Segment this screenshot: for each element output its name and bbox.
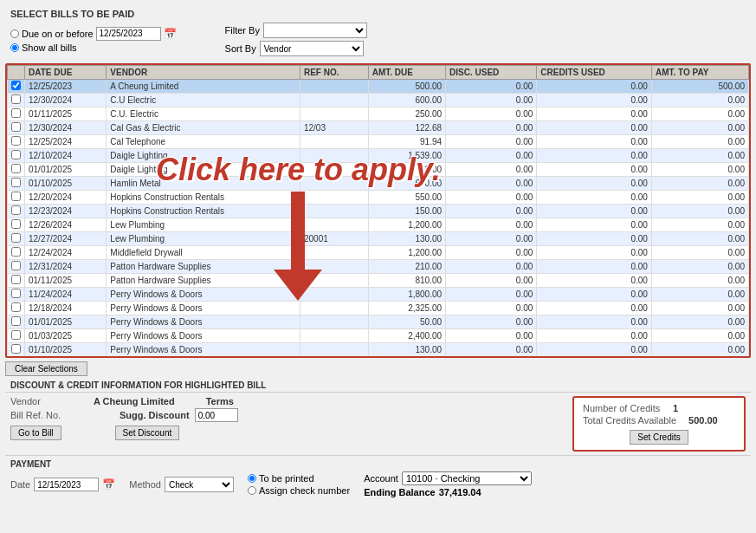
vendor-label: Vendor: [10, 396, 88, 406]
discount-section: Vendor A Cheung Limited Terms Bill Ref. …: [5, 392, 751, 455]
row-credits-used: 0.00: [537, 232, 652, 246]
row-checkbox[interactable]: [11, 192, 21, 201]
row-checkbox[interactable]: [11, 122, 21, 132]
table-row[interactable]: 01/10/2025 Perry Windows & Doors 130.00 …: [8, 343, 749, 357]
col-date-due: DATE DUE: [25, 66, 107, 80]
row-ref: [300, 260, 368, 274]
sugg-discount-input[interactable]: [195, 408, 238, 422]
row-checkbox[interactable]: [11, 344, 21, 354]
set-credits-button[interactable]: Set Credits: [630, 430, 688, 445]
table-row[interactable]: 11/24/2024 Perry Windows & Doors 1,800.0…: [8, 288, 749, 302]
row-amt-due: 670.00: [368, 177, 445, 191]
row-checkbox[interactable]: [11, 247, 21, 257]
table-row[interactable]: 12/26/2024 Lew Plumbing 1,200.00 0.00 0.…: [8, 218, 749, 232]
calendar-icon[interactable]: 📅: [164, 28, 177, 40]
row-checkbox[interactable]: [11, 302, 21, 312]
col-credits-used: CREDITS USED: [537, 66, 652, 80]
row-checkbox[interactable]: [11, 108, 21, 118]
row-amt-to-pay: 0.00: [651, 302, 748, 315]
row-ref: [300, 246, 368, 260]
show-all-label: Show all bills: [22, 42, 77, 53]
account-select[interactable]: 10100 · Checking: [402, 471, 532, 485]
filter-by-select[interactable]: [263, 23, 367, 38]
table-row[interactable]: 12/25/2023 A Cheung Limited 500.00 0.00 …: [8, 80, 749, 94]
table-row[interactable]: 01/10/2025 Hamlin Metal 670.00 0.00 0.00…: [8, 177, 749, 191]
total-amt-to-pay: 500.00: [651, 357, 748, 359]
method-select[interactable]: Check: [165, 477, 234, 492]
row-checkbox[interactable]: [11, 150, 21, 159]
bills-table-container[interactable]: DATE DUE VENDOR REF NO. AMT. DUE DISC. U…: [5, 63, 751, 358]
assign-check-radio[interactable]: [248, 486, 256, 495]
col-ref: REF NO.: [300, 66, 368, 80]
row-date: 12/18/2024: [25, 302, 107, 315]
row-checkbox[interactable]: [11, 164, 21, 173]
row-ref: [300, 343, 368, 357]
filter-by-label: Filter By: [225, 25, 260, 36]
due-on-before-radio[interactable]: Due on or before 📅: [10, 27, 177, 41]
row-credits-used: 0.00: [537, 149, 652, 163]
table-row[interactable]: 12/24/2024 Middlefield Drywall 1,200.00 …: [8, 246, 749, 260]
row-ref: 20001: [300, 232, 368, 246]
row-date: 12/24/2024: [25, 246, 107, 260]
table-row[interactable]: 12/20/2024 Hopkins Construction Rentals …: [8, 191, 749, 205]
go-to-bill-button[interactable]: Go to Bill: [10, 426, 61, 440]
clear-selections-button[interactable]: Clear Selections: [5, 361, 87, 376]
table-row[interactable]: 01/11/2025 C.U. Electric 250.00 0.00 0.0…: [8, 107, 749, 121]
row-amt-due: 1,539.00: [368, 149, 445, 163]
table-row[interactable]: 12/25/2024 Cal Telephone 91.94 0.00 0.00…: [8, 135, 749, 149]
table-row[interactable]: 01/03/2025 Perry Windows & Doors 2,400.0…: [8, 329, 749, 343]
table-row[interactable]: 12/23/2024 Hopkins Construction Rentals …: [8, 205, 749, 218]
table-row[interactable]: 01/11/2025 Patton Hardware Supplies 810.…: [8, 274, 749, 288]
show-all-radio[interactable]: Show all bills: [10, 42, 177, 53]
row-ref: [300, 163, 368, 177]
row-vendor: Hamlin Metal: [107, 177, 300, 191]
number-credits-label: Number of Credits: [583, 403, 661, 413]
row-vendor: Patton Hardware Supplies: [107, 260, 300, 274]
row-date: 12/25/2023: [25, 80, 107, 94]
table-row[interactable]: 12/30/2024 C.U Electric 600.00 0.00 0.00…: [8, 94, 749, 107]
row-checkbox[interactable]: [11, 316, 21, 326]
row-checkbox[interactable]: [11, 81, 21, 90]
set-discount-button[interactable]: Set Discount: [115, 426, 180, 440]
table-row[interactable]: 01/01/2025 Daigle Lighting 52.00 0.00 0.…: [8, 163, 749, 177]
discount-left: Vendor A Cheung Limited Terms Bill Ref. …: [10, 396, 562, 442]
row-vendor: Perry Windows & Doors: [107, 302, 300, 315]
date-input[interactable]: [34, 478, 99, 491]
row-ref: [300, 94, 368, 107]
table-row[interactable]: 12/10/2024 Daigle Lighting 1,539.00 0.00…: [8, 149, 749, 163]
show-all-radio-input[interactable]: [10, 43, 19, 52]
row-amt-due: 130.00: [368, 232, 445, 246]
row-checkbox[interactable]: [11, 178, 21, 187]
row-amt-to-pay: 0.00: [651, 315, 748, 329]
row-checkbox[interactable]: [11, 136, 21, 146]
row-credits-used: 0.00: [537, 246, 652, 260]
due-date-input[interactable]: [96, 27, 161, 41]
table-row[interactable]: 12/31/2024 Patton Hardware Supplies 210.…: [8, 260, 749, 274]
row-checkbox[interactable]: [11, 330, 21, 340]
table-row[interactable]: 12/18/2024 Perry Windows & Doors 2,325.0…: [8, 302, 749, 315]
sort-by-label: Sort By: [225, 43, 256, 54]
to-be-printed-radio[interactable]: [248, 474, 256, 483]
to-be-printed-option[interactable]: To be printed: [248, 473, 350, 484]
due-radio-input[interactable]: [10, 29, 19, 38]
row-checkbox[interactable]: [11, 289, 21, 298]
assign-check-option[interactable]: Assign check number: [248, 485, 350, 496]
row-checkbox[interactable]: [11, 94, 21, 104]
row-checkbox[interactable]: [11, 275, 21, 284]
row-vendor: Cal Gas & Electric: [107, 121, 300, 135]
row-checkbox[interactable]: [11, 219, 21, 229]
sort-by-select[interactable]: Vendor: [260, 41, 364, 56]
row-ref: [300, 288, 368, 302]
row-amt-to-pay: 0.00: [651, 135, 748, 149]
table-row[interactable]: 12/27/2024 Lew Plumbing 20001 130.00 0.0…: [8, 232, 749, 246]
col-vendor: VENDOR: [107, 66, 300, 80]
table-row[interactable]: 01/01/2025 Perry Windows & Doors 50.00 0…: [8, 315, 749, 329]
row-checkbox[interactable]: [11, 205, 21, 215]
row-checkbox[interactable]: [11, 233, 21, 243]
table-row[interactable]: 12/30/2024 Cal Gas & Electric 12/03 122.…: [8, 121, 749, 135]
row-checkbox[interactable]: [11, 261, 21, 270]
date-calendar-icon[interactable]: 📅: [102, 478, 115, 491]
row-credits-used: 0.00: [537, 205, 652, 218]
row-ref: [300, 177, 368, 191]
credits-box: Number of Credits 1 Total Credits Availa…: [572, 396, 746, 452]
